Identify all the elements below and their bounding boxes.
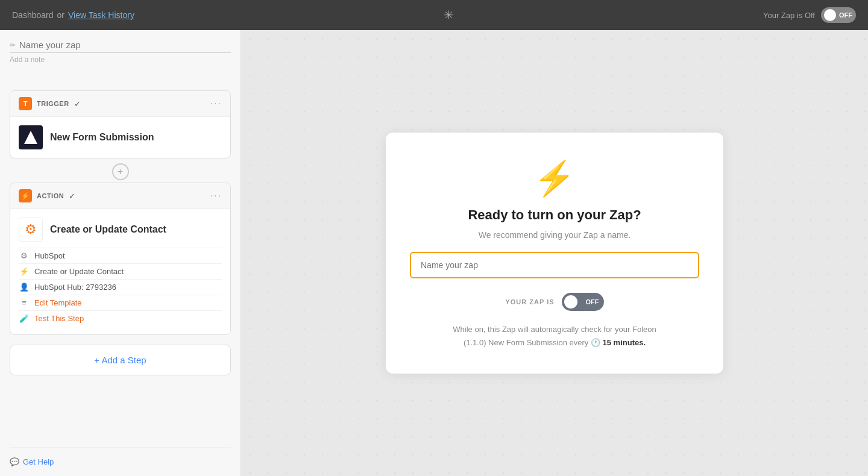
action-check-icon: ✓ <box>69 192 75 201</box>
card-title: Ready to turn on your Zap? <box>468 207 641 223</box>
step-connector-top <box>10 69 231 90</box>
action-step-header: ⚡ ACTION ✓ ··· <box>10 183 230 209</box>
create-contact-text: Create or Update Contact <box>34 267 124 276</box>
lightning-detail-icon: ⚡ <box>19 267 30 276</box>
topnav: Dashboard or View Task History ✳ Your Za… <box>0 0 868 30</box>
hubspot-app-icon: ⚙ <box>19 218 43 242</box>
test-detail-icon: 🧪 <box>19 314 30 323</box>
zap-toggle-button[interactable]: OFF <box>821 7 856 23</box>
detail-edit-template[interactable]: ≡ Edit Template <box>19 295 222 310</box>
pencil-icon: ✏ <box>10 41 16 49</box>
dashboard-link[interactable]: Dashboard <box>12 10 54 20</box>
topnav-separator: or <box>57 10 64 20</box>
template-detail-icon: ≡ <box>19 298 30 307</box>
trigger-type-icon: T <box>19 97 32 110</box>
hubspot-detail-text: HubSpot <box>34 251 65 260</box>
step-connector-middle[interactable]: + <box>10 161 231 183</box>
card-info-line1: While on, this Zap will automagically ch… <box>453 325 656 334</box>
trigger-step-card: T TRIGGER ✓ ··· New Form Submission <box>10 90 231 158</box>
trigger-step-title: New Form Submission <box>50 132 154 143</box>
zap-name-area: ✏ Add a note <box>10 40 231 64</box>
hubspot-detail-icon: ⚙ <box>19 251 30 260</box>
add-note-button[interactable]: Add a note <box>10 55 231 64</box>
trigger-step-body: New Form Submission <box>10 117 230 158</box>
card-info-highlight: 15 minutes. <box>603 338 646 347</box>
add-between-steps-button[interactable]: + <box>112 163 129 180</box>
action-step-card: ⚡ ACTION ✓ ··· ⚙ Create or Update Contac… <box>10 183 231 335</box>
zap-name-wrapper: ✏ <box>10 40 231 53</box>
center-card: ⚡ Ready to turn on your Zap? We recommen… <box>386 133 723 374</box>
trigger-header-left: T TRIGGER ✓ <box>19 97 81 110</box>
snowflake-icon: ✳ <box>444 8 454 22</box>
card-toggle-knob <box>564 295 577 308</box>
get-help-label: Get Help <box>23 457 54 466</box>
card-info-text: While on, this Zap will automagically ch… <box>453 323 656 349</box>
detail-hubspot: ⚙ HubSpot <box>19 248 222 263</box>
user-detail-icon: 👤 <box>19 283 30 292</box>
hubspot-logo-icon: ⚙ <box>25 222 37 237</box>
zap-status-text: Your Zap is Off <box>763 11 815 20</box>
toggle-off-label: OFF <box>839 11 852 19</box>
action-type-label: ACTION <box>37 192 64 199</box>
action-more-button[interactable]: ··· <box>210 190 222 201</box>
zap-status-row: YOUR ZAP IS OFF <box>505 293 603 311</box>
action-main-row: ⚙ Create or Update Contact <box>19 218 222 242</box>
card-info-line2: (1.1.0) New Form Submission every <box>464 338 588 347</box>
lightning-icon: ⚡ <box>533 161 576 195</box>
main-layout: ✏ Add a note T TRIGGER ✓ ··· <box>0 30 868 476</box>
detail-create-contact: ⚡ Create or Update Contact <box>19 263 222 279</box>
trigger-step-header: T TRIGGER ✓ ··· <box>10 91 230 117</box>
get-help-section[interactable]: 💬 Get Help <box>10 447 231 466</box>
view-task-history-link[interactable]: View Task History <box>68 10 134 20</box>
test-step-link[interactable]: Test This Step <box>34 314 84 323</box>
topnav-logo: ✳ <box>444 8 454 22</box>
zap-name-input[interactable] <box>19 40 231 50</box>
clock-icon: 🕐 <box>591 338 600 347</box>
zap-status-label: YOUR ZAP IS <box>505 298 554 305</box>
card-zap-toggle[interactable]: OFF <box>562 293 604 311</box>
trigger-main-row: New Form Submission <box>19 125 222 149</box>
trigger-check-icon: ✓ <box>74 99 81 108</box>
detail-hubspot-hub: 👤 HubSpot Hub: 2793236 <box>19 279 222 295</box>
action-step-details: ⚙ HubSpot ⚡ Create or Update Contact 👤 H… <box>19 248 222 326</box>
action-header-left: ⚡ ACTION ✓ <box>19 189 75 202</box>
action-step-body: ⚙ Create or Update Contact ⚙ HubSpot ⚡ C… <box>10 209 230 334</box>
hubspot-hub-text: HubSpot Hub: 2793236 <box>34 283 116 292</box>
detail-test-step[interactable]: 🧪 Test This Step <box>19 310 222 326</box>
card-toggle-label: OFF <box>586 298 599 305</box>
card-subtitle: We recommend giving your Zap a name. <box>479 230 631 240</box>
topnav-left: Dashboard or View Task History <box>12 10 134 20</box>
edit-template-link[interactable]: Edit Template <box>34 298 82 307</box>
chat-icon: 💬 <box>10 457 19 466</box>
add-step-button[interactable]: + Add a Step <box>10 345 231 375</box>
left-panel: ✏ Add a note T TRIGGER ✓ ··· <box>0 30 241 476</box>
trigger-more-button[interactable]: ··· <box>210 98 222 109</box>
trigger-type-label: TRIGGER <box>37 100 69 107</box>
toggle-knob <box>824 9 836 21</box>
topnav-right: Your Zap is Off OFF <box>763 7 856 23</box>
right-panel: ⚡ Ready to turn on your Zap? We recommen… <box>241 30 868 476</box>
action-type-icon: ⚡ <box>19 189 32 202</box>
foleon-app-icon <box>19 125 43 149</box>
action-step-title: Create or Update Contact <box>50 224 166 235</box>
card-zap-name-input[interactable] <box>410 252 699 278</box>
